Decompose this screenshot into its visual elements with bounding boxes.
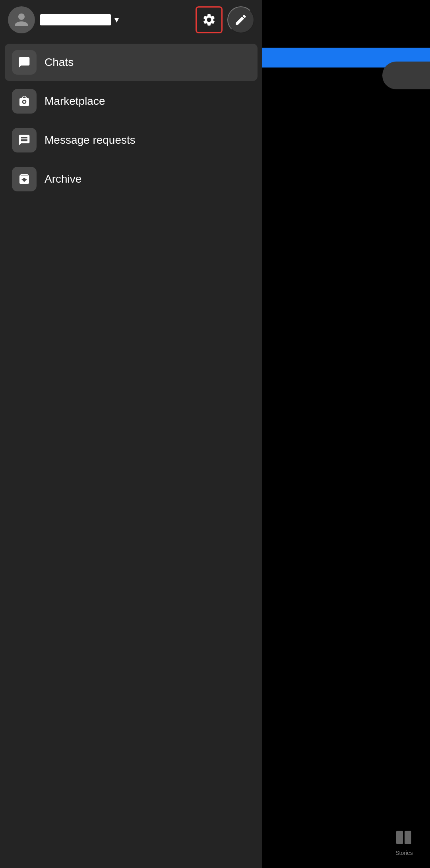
nav-item-archive[interactable]: Archive [5, 160, 258, 198]
archive-icon [12, 167, 37, 191]
message-requests-icon [12, 128, 37, 152]
right-panel: Stories [262, 0, 430, 868]
archive-label: Archive [45, 173, 81, 185]
stories-icon [394, 827, 414, 847]
nav-list: Chats Marketplace Message requests [0, 40, 262, 202]
svg-rect-1 [405, 831, 411, 844]
nav-item-message-requests[interactable]: Message requests [5, 122, 258, 159]
username-area: ▾ [40, 14, 191, 25]
chat-icon [12, 50, 37, 75]
message-requests-label: Message requests [45, 134, 136, 147]
chevron-down-icon[interactable]: ▾ [114, 15, 119, 25]
main-panel: ▾ Chats [0, 0, 262, 868]
settings-button[interactable] [196, 6, 223, 33]
chats-label: Chats [45, 56, 74, 69]
compose-button[interactable] [227, 6, 254, 33]
toggle-shape [382, 62, 430, 89]
stories-bottom: Stories [394, 827, 414, 856]
username-bar [40, 14, 111, 25]
stories-label: Stories [395, 850, 413, 856]
marketplace-label: Marketplace [45, 95, 105, 108]
nav-item-marketplace[interactable]: Marketplace [5, 83, 258, 120]
header: ▾ [0, 0, 262, 40]
avatar[interactable] [8, 6, 35, 33]
marketplace-icon [12, 89, 37, 114]
nav-item-chats[interactable]: Chats [5, 44, 258, 81]
svg-rect-0 [396, 831, 403, 844]
